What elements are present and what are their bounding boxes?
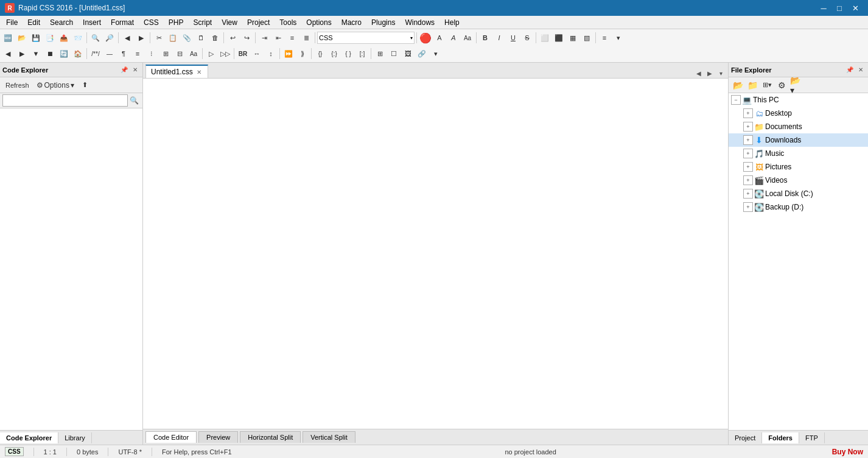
tb-delete-button[interactable]: 🗑 — [208, 31, 222, 44]
tb-outdent-button[interactable]: ⇤ — [271, 31, 285, 44]
tb-redo-button[interactable]: ↪ — [240, 31, 253, 44]
tb-align-j[interactable]: ▧ — [580, 31, 593, 44]
menu-project[interactable]: Project — [242, 16, 275, 29]
tb-strikethrough-button[interactable]: S — [520, 31, 534, 44]
tb-align-left-button[interactable]: ≡ — [285, 31, 299, 44]
tree-item-backup-d[interactable]: + 💽 Backup (D:) — [729, 200, 868, 214]
tb-back-button[interactable]: ◀ — [121, 31, 134, 44]
menu-plugins[interactable]: Plugins — [366, 16, 400, 29]
ftp-tab[interactable]: FTP — [799, 432, 825, 443]
maximize-button[interactable]: □ — [831, 0, 847, 16]
menu-edit[interactable]: Edit — [23, 16, 45, 29]
tree-item-desktop[interactable]: + 🗂 Desktop — [729, 107, 868, 120]
menu-format[interactable]: Format — [106, 16, 139, 29]
right-new-folder-button[interactable]: 📂 — [731, 79, 744, 92]
tree-item-documents[interactable]: + 📁 Documents — [729, 120, 868, 133]
tree-item-this-pc[interactable]: − 💻 This PC — [729, 93, 868, 107]
tb-more-button[interactable]: ▾ — [612, 31, 625, 44]
tb-listul-button[interactable]: ⁝ — [145, 47, 158, 60]
tb-uncomment-button[interactable]: — — [103, 47, 116, 60]
tree-item-music[interactable]: + 🎵 Music — [729, 147, 868, 160]
tb-br-button[interactable]: BR — [236, 47, 250, 60]
tb-style-dropdown[interactable]: CSS ▾ — [317, 32, 415, 44]
tb-bold-button[interactable]: B — [478, 31, 492, 44]
css-badge[interactable]: CSS — [5, 447, 24, 456]
tree-expand-backup-d[interactable]: + — [743, 202, 753, 212]
tree-item-videos[interactable]: + 🎬 Videos — [729, 174, 868, 187]
preview-tab[interactable]: Preview — [198, 431, 238, 443]
tb-color2-button[interactable]: A — [433, 31, 446, 44]
tb-insertblock-button[interactable]: ⊞ — [159, 47, 172, 60]
tb-more2-button[interactable]: ▾ — [429, 47, 443, 60]
tb-font-size-button[interactable]: Aa — [461, 31, 474, 44]
left-toolbar-extra-button[interactable]: ⬆ — [79, 79, 92, 92]
tb-box-button[interactable]: ☐ — [387, 47, 401, 60]
tb-indent-button[interactable]: ⇥ — [257, 31, 271, 44]
tb-publish-button[interactable]: 📤 — [57, 31, 71, 44]
menu-view[interactable]: View — [217, 16, 242, 29]
vertical-split-tab[interactable]: Vertical Split — [303, 431, 355, 443]
tb-listol-button[interactable]: ≡ — [131, 47, 144, 60]
tb-cut-button[interactable]: ✂ — [152, 31, 166, 44]
code-explorer-tab[interactable]: Code Explorer — [0, 432, 58, 443]
tb-search-replace-button[interactable]: 🔎 — [103, 31, 116, 44]
editor-tab-close-button[interactable]: ✕ — [195, 68, 203, 76]
menu-script[interactable]: Script — [188, 16, 217, 29]
search-button[interactable]: 🔍 — [128, 94, 140, 107]
menu-tools[interactable]: Tools — [275, 16, 301, 29]
tb-italic-button[interactable]: I — [492, 31, 506, 44]
tb-search-button[interactable]: 🔍 — [89, 31, 102, 44]
tb-grid-button[interactable]: ⊞ — [373, 47, 387, 60]
tb-undo-button[interactable]: ↩ — [226, 31, 239, 44]
tb-preview-button[interactable]: ▷ — [205, 47, 218, 60]
tb-css-bracket4[interactable]: [:] — [355, 47, 369, 60]
tb-save-all-button[interactable]: 📑 — [43, 31, 57, 44]
tb-align-center-button[interactable]: ≣ — [299, 31, 313, 44]
tb-home-button[interactable]: 🏠 — [71, 47, 85, 60]
menu-insert[interactable]: Insert — [78, 16, 106, 29]
tree-expand-desktop[interactable]: + — [743, 108, 753, 118]
tb-copy-button[interactable]: 📋 — [166, 31, 180, 44]
menu-php[interactable]: PHP — [164, 16, 189, 29]
tb-stop-button[interactable]: ⏹ — [43, 47, 57, 60]
tb-removeblock-button[interactable]: ⊟ — [173, 47, 186, 60]
project-tab[interactable]: Project — [729, 432, 762, 443]
tree-expand-pictures[interactable]: + — [743, 162, 753, 172]
tb-back2-button[interactable]: ◀ — [1, 47, 15, 60]
tree-item-local-disk-c[interactable]: + 💽 Local Disk (C:) — [729, 187, 868, 200]
tb-align-l[interactable]: ⬜ — [538, 31, 551, 44]
tab-nav-next-button[interactable]: ▶ — [705, 68, 715, 78]
tb-font-button[interactable]: A — [447, 31, 460, 44]
right-view-button[interactable]: ⊞▾ — [760, 79, 774, 92]
tb-collapse-button[interactable]: ↕ — [264, 47, 278, 60]
tb-comment-button[interactable]: /**/ — [89, 47, 102, 60]
tb-save-button[interactable]: 💾 — [29, 31, 43, 44]
code-editor-tab[interactable]: Code Editor — [145, 431, 197, 443]
tb-expand-button[interactable]: ↔ — [250, 47, 264, 60]
tb-ff-button[interactable]: ⏩ — [282, 47, 295, 60]
tb-align-r[interactable]: ▦ — [566, 31, 579, 44]
menu-help[interactable]: Help — [439, 16, 464, 29]
tree-item-pictures[interactable]: + 🖼 Pictures — [729, 160, 868, 174]
menu-file[interactable]: File — [1, 16, 23, 29]
tb-link-button[interactable]: 🔗 — [415, 47, 429, 60]
tb-css-bracket1[interactable]: {} — [313, 47, 327, 60]
close-button[interactable]: ✕ — [847, 0, 863, 16]
tb-uppercase-button[interactable]: Aa — [187, 47, 200, 60]
tb-lineheight-button[interactable]: ≡ — [598, 31, 611, 44]
tree-expand-local-disk-c[interactable]: + — [743, 189, 753, 199]
left-panel-pin-button[interactable]: 📌 — [119, 65, 129, 75]
buy-now-button[interactable]: Buy Now — [832, 448, 863, 456]
folders-tab[interactable]: Folders — [762, 432, 799, 443]
right-panel-pin-button[interactable]: 📌 — [845, 65, 855, 75]
tree-expand-videos[interactable]: + — [743, 175, 753, 185]
tree-item-downloads[interactable]: + ⬇ Downloads — [729, 133, 868, 147]
tb-color-button[interactable]: 🔴 — [419, 31, 432, 44]
right-filter-button[interactable]: 📂▾ — [789, 79, 803, 92]
tb-css-bracket3[interactable]: { } — [341, 47, 355, 60]
tab-nav-prev-button[interactable]: ◀ — [694, 68, 704, 78]
tb-fwd2-button[interactable]: ▶ — [15, 47, 29, 60]
minimize-button[interactable]: ─ — [816, 0, 831, 16]
tab-nav-dropdown-button[interactable]: ▾ — [716, 68, 726, 78]
menu-windows[interactable]: Windows — [400, 16, 439, 29]
